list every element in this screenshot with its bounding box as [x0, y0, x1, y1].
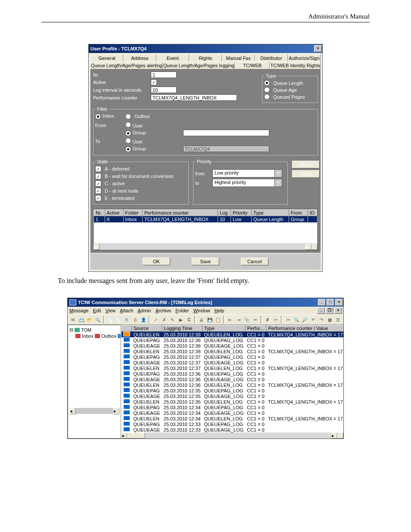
log-row[interactable]: QUEUEAGE25.03.2010 12:37QUEUEAGE_LOGCC1 …	[121, 360, 344, 365]
log-header[interactable]: Logging Time	[162, 325, 202, 332]
state-c-check[interactable]: ✓	[95, 180, 101, 187]
radio-queued-pages[interactable]	[264, 94, 270, 100]
radio-outbox[interactable]	[125, 114, 131, 119]
toolbar-icon[interactable]: ✏	[251, 315, 259, 324]
menu-item[interactable]: Archive	[156, 308, 171, 313]
minimize-icon[interactable]: _	[318, 299, 326, 306]
mdi-close-icon[interactable]: ×	[334, 307, 342, 314]
grid-cell[interactable]: Low	[231, 216, 252, 223]
tab[interactable]: Manual Fax	[222, 54, 255, 62]
menu-item[interactable]: Attach	[120, 308, 133, 313]
toolbar-icon[interactable]: ✂	[284, 315, 292, 324]
nr-input[interactable]	[151, 72, 177, 78]
log-row[interactable]: QUEUELEN25.03.2010 12:34QUEUELEN_LOGCC1 …	[121, 416, 344, 421]
toolbar-icon[interactable]: ⇤	[226, 315, 234, 324]
toolbar-icon[interactable]: 📂	[86, 315, 93, 324]
save-button[interactable]: Save	[292, 170, 320, 178]
toolbar-icon[interactable]: 📇	[77, 315, 85, 324]
log-row[interactable]: QUEUEPAG25.03.2010 12:38QUEUEPAG_LOGCC1 …	[121, 337, 344, 343]
tab[interactable]: TC/WEB	[235, 62, 270, 69]
mdi-restore-icon[interactable]: ❐	[326, 307, 333, 314]
tab[interactable]: General	[90, 54, 123, 62]
footer-save-button[interactable]: Save	[192, 258, 219, 265]
grid-cell[interactable]: Inbox	[123, 216, 142, 223]
log-row[interactable]: QUEUEAGE25.03.2010 12:38QUEUEAGE_LOGCC1 …	[121, 343, 344, 348]
state-d-check[interactable]: ✓	[95, 188, 101, 194]
radio-queue-length[interactable]	[264, 80, 270, 86]
grid-cell[interactable]: 1	[94, 216, 105, 223]
menu-item[interactable]: Help	[215, 308, 224, 313]
log-row[interactable]: QUEUEAGE25.03.2010 12:33QUEUEAGE_LOGCC1 …	[121, 427, 344, 432]
to-radio-group[interactable]	[125, 146, 131, 152]
titlebar[interactable]: User Profile - TCLMX7Q4 ×	[89, 44, 322, 53]
toolbar-icon[interactable]: ✓	[152, 315, 159, 324]
log-header[interactable]: Perfor...	[245, 325, 266, 332]
log-row[interactable]: QUEUELEN25.03.2010 12:38QUEUELEN_LOGCC1 …	[121, 348, 344, 354]
close-icon[interactable]: ×	[335, 299, 343, 306]
toolbar-icon[interactable]: ⎘	[123, 315, 131, 324]
log-table[interactable]: SourceLogging TimeTypePerfor...Performan…	[121, 325, 343, 432]
from-radio-group[interactable]	[125, 131, 131, 136]
log-row[interactable]: QUEUEPAG25.03.2010 12:36QUEUEPAG_LOGCC1 …	[121, 371, 344, 376]
toolbar-icon[interactable]: ⇥	[235, 315, 243, 324]
grid-header[interactable]: Nr.	[94, 210, 105, 216]
from-input[interactable]	[183, 130, 269, 136]
grid-header[interactable]: From	[289, 210, 308, 216]
grid-header[interactable]: Active	[105, 210, 123, 216]
toolbar-icon[interactable]: 🔎	[301, 315, 308, 324]
tree-item[interactable]: Inbox	[75, 333, 93, 339]
active-checkbox[interactable]: ✓	[151, 79, 157, 85]
priority-from-select[interactable]: Low priority▼	[212, 169, 282, 177]
tab[interactable]: Rights	[189, 54, 222, 62]
grid-cell[interactable]: TCLMX7Q4_LENGTH_INBOX	[143, 216, 218, 223]
cancel-button[interactable]: Cancel	[241, 258, 268, 265]
menu-item[interactable]: View	[106, 308, 116, 313]
log-row[interactable]: QUEUEPAG25.03.2010 12:35QUEUEPAG_LOGCC1 …	[121, 388, 344, 393]
menu-item[interactable]: Edit	[93, 308, 101, 313]
toolbar-icon[interactable]: ✎	[168, 315, 176, 324]
tab[interactable]: Distributor	[255, 54, 287, 62]
grid-cell[interactable]: 10	[218, 216, 230, 223]
log-row[interactable]: QUEUELEN25.03.2010 12:39QUEUELEN_LOGCC1 …	[121, 332, 344, 338]
tab[interactable]: Event	[156, 54, 189, 62]
grid-cell[interactable]	[308, 216, 317, 223]
tree-root[interactable]: ⊟TOM	[69, 327, 119, 333]
log-row[interactable]: QUEUEPAG25.03.2010 12:33QUEUEPAG_LOGCC1 …	[121, 421, 344, 427]
log-titlebar[interactable]: TCfW Communication Server Client-RM - [T…	[68, 298, 343, 307]
toolbar-icon[interactable]: ✂	[272, 315, 280, 324]
grid-header[interactable]: Priority	[231, 210, 252, 216]
grid-header[interactable]: Performance counter	[143, 210, 218, 216]
toolbar[interactable]: ✉📇📂🔍 📄📄⎘⎙👤 ✓✗✎▶C 🖨💾📋 ⇤⇥📎✏ ✗✂ ✂🔍🔎↶↷▦☰	[68, 314, 343, 325]
priority-to-select[interactable]: Highest priority▼	[212, 179, 282, 187]
tab[interactable]: TC/WEB Identity Rights	[270, 62, 321, 69]
toolbar-icon[interactable]: ✗	[264, 315, 271, 324]
toolbar-icon[interactable]: 👤	[140, 315, 147, 324]
toolbar-icon[interactable]: 🔍	[293, 315, 300, 324]
state-b-check[interactable]: ✓	[95, 173, 101, 179]
toolbar-icon[interactable]: 📎	[243, 315, 251, 324]
from-radio-user[interactable]	[125, 122, 131, 128]
log-row[interactable]: QUEUELEN25.03.2010 12:36QUEUELEN_LOGCC1 …	[121, 382, 344, 388]
close-icon[interactable]: ×	[314, 45, 322, 52]
state-a-check[interactable]: ✓	[95, 166, 101, 172]
to-radio-user[interactable]	[125, 138, 131, 143]
delete-button[interactable]: Delete	[292, 161, 320, 168]
toolbar-icon[interactable]: C	[185, 315, 193, 324]
grid-header[interactable]: Log	[218, 210, 230, 216]
log-row[interactable]: QUEUEPAG25.03.2010 12:37QUEUEPAG_LOGCC1 …	[121, 354, 344, 360]
log-interval-input[interactable]	[151, 87, 177, 93]
grid-header[interactable]: Type	[252, 210, 289, 216]
toolbar-icon[interactable]: 📄	[115, 315, 122, 324]
toolbar-icon[interactable]: ▶	[177, 315, 185, 324]
log-row[interactable]: QUEUELEN25.03.2010 12:37QUEUELEN_LOGCC1 …	[121, 365, 344, 371]
tree-item[interactable]: Outbox	[95, 333, 116, 339]
log-header[interactable]: Source	[132, 325, 162, 332]
log-row[interactable]: QUEUEAGE25.03.2010 12:34QUEUEAGE_LOGCC1 …	[121, 410, 344, 416]
grid-cell[interactable]: Group	[289, 216, 308, 223]
folder-tree[interactable]: ⊟TOM InboxOutboxSystem FolderFIS FolderM…	[68, 325, 121, 439]
tab[interactable]: Address	[123, 54, 156, 62]
toolbar-icon[interactable]: 💾	[206, 315, 214, 324]
menu-item[interactable]: Window	[193, 308, 210, 313]
toolbar-icon[interactable]: 📄	[106, 315, 114, 324]
log-row[interactable]: QUEUEAGE25.03.2010 12:35QUEUEAGE_LOGCC1 …	[121, 393, 344, 399]
